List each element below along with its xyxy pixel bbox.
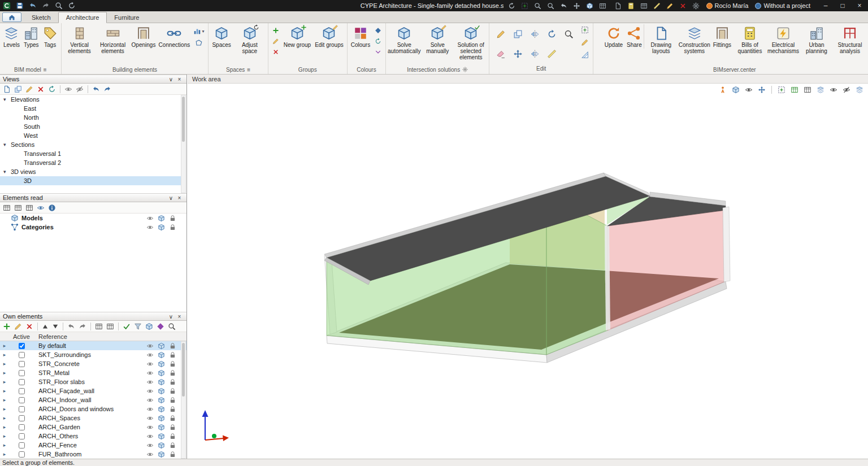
visibility-eye-icon[interactable] bbox=[146, 360, 154, 368]
active-checkbox[interactable] bbox=[19, 343, 25, 349]
screenshot-button[interactable] bbox=[598, 2, 607, 10]
visibility-eye-icon[interactable] bbox=[146, 387, 154, 395]
zoom-window-button[interactable] bbox=[546, 2, 555, 10]
edit-groups-button[interactable]: Edit groups bbox=[313, 24, 345, 49]
edit-symmetry-button[interactable] bbox=[529, 49, 541, 59]
visibility-eye-icon[interactable] bbox=[146, 369, 154, 377]
collapse-panel-icon[interactable]: ∨ bbox=[167, 76, 175, 82]
group-menu-icon[interactable]: ≡ bbox=[44, 67, 47, 73]
electrical-mechanisms-button[interactable]: Electrical mechanisms bbox=[767, 24, 800, 55]
new-view-button[interactable] bbox=[2, 85, 12, 94]
row-expander-icon[interactable]: ▸ bbox=[0, 352, 9, 358]
own-element-row-fur-bathroom[interactable]: ▸ FUR_Bathroom bbox=[0, 450, 186, 459]
visibility-eye-icon[interactable] bbox=[146, 397, 154, 404]
visibility-eye-icon[interactable] bbox=[146, 215, 154, 222]
colour-elements-button[interactable] bbox=[374, 27, 382, 34]
user-account[interactable]: Rocío María bbox=[706, 2, 749, 9]
urban-planning-button[interactable]: Urban planning bbox=[800, 24, 833, 55]
active-checkbox[interactable] bbox=[19, 406, 25, 412]
edit-erase-button[interactable] bbox=[495, 49, 507, 59]
row-expander-icon[interactable]: ▸ bbox=[0, 388, 9, 394]
contour-button[interactable] bbox=[194, 38, 203, 47]
tree-item-east[interactable]: East bbox=[0, 104, 181, 113]
connections-button[interactable]: Connections bbox=[158, 24, 190, 49]
lock-icon[interactable] bbox=[169, 342, 176, 350]
check-all-button[interactable] bbox=[121, 322, 132, 331]
colour-groups-button[interactable] bbox=[155, 322, 166, 331]
sync-button[interactable] bbox=[67, 1, 77, 10]
solve-manually-button[interactable]: Solve manually bbox=[421, 24, 454, 55]
tree-item-west[interactable]: West bbox=[0, 131, 181, 140]
row-expander-icon[interactable]: ▸ bbox=[0, 406, 9, 412]
horizontal-elements-button[interactable]: Horizontal elements bbox=[97, 24, 129, 55]
isolate-cube-icon[interactable] bbox=[158, 424, 165, 431]
delete-view-button[interactable] bbox=[36, 85, 46, 94]
edit-measure-button[interactable] bbox=[546, 49, 558, 59]
active-checkbox[interactable] bbox=[19, 415, 25, 421]
pan-view-button[interactable] bbox=[757, 85, 767, 94]
drawing-layouts-button[interactable]: Drawing layouts bbox=[645, 24, 678, 55]
row-expander-icon[interactable]: ▸ bbox=[0, 379, 9, 385]
active-checkbox[interactable] bbox=[19, 370, 25, 376]
edit-mirror-button[interactable] bbox=[529, 29, 541, 40]
visibility-eye-icon[interactable] bbox=[146, 378, 154, 386]
expand-all-button[interactable] bbox=[94, 322, 104, 331]
active-checkbox[interactable] bbox=[19, 424, 25, 430]
search-button[interactable] bbox=[54, 1, 64, 10]
visibility-eye-icon[interactable] bbox=[146, 342, 154, 350]
close-panel-icon[interactable]: × bbox=[175, 195, 184, 201]
move-up-button[interactable] bbox=[41, 323, 50, 330]
edit-modify-button[interactable] bbox=[580, 38, 590, 47]
save-button[interactable] bbox=[15, 1, 25, 10]
chevron-expanded-icon[interactable]: ▾ bbox=[3, 97, 11, 102]
tree-item-south[interactable]: South bbox=[0, 122, 181, 131]
work-planes-button[interactable] bbox=[789, 85, 800, 94]
isolate-cube-icon[interactable] bbox=[158, 442, 165, 449]
adjust-space-button[interactable]: Adjust space bbox=[233, 24, 266, 55]
active-checkbox[interactable] bbox=[19, 388, 25, 394]
own-element-row-arch-doors-windows[interactable]: ▸ ARCH_Doors and windows bbox=[0, 404, 186, 413]
lock-icon[interactable] bbox=[169, 397, 176, 404]
refresh-view-button[interactable] bbox=[507, 2, 517, 10]
refresh-view-button[interactable] bbox=[47, 85, 57, 94]
home-button[interactable] bbox=[2, 12, 21, 22]
zoom-in-button[interactable] bbox=[533, 2, 542, 10]
row-expander-icon[interactable]: ▸ bbox=[0, 433, 9, 439]
minimize-button[interactable]: – bbox=[817, 0, 834, 11]
isolate-cube-icon[interactable] bbox=[158, 369, 165, 377]
own-element-row-arch-facade-wall[interactable]: ▸ ARCH_Façade_wall bbox=[0, 386, 186, 395]
own-elements-scrollbar[interactable] bbox=[181, 341, 186, 459]
visibility-eye-icon[interactable] bbox=[146, 442, 154, 449]
duplicate-view-button[interactable] bbox=[13, 85, 23, 94]
columns-menu-button[interactable]: ▾ bbox=[193, 27, 205, 36]
group-menu-icon[interactable]: ≡ bbox=[247, 67, 250, 73]
spaces-button[interactable]: Spaces bbox=[210, 24, 232, 49]
collapse-all-button[interactable] bbox=[105, 322, 115, 331]
collapse-panel-icon[interactable]: ∨ bbox=[167, 313, 175, 320]
vertical-elements-button[interactable]: Vertical elements bbox=[63, 24, 96, 55]
visibility-eye-icon[interactable] bbox=[146, 224, 154, 231]
isolate-cube-icon[interactable] bbox=[158, 451, 165, 458]
edit-group-button[interactable] bbox=[13, 322, 23, 331]
lock-icon[interactable] bbox=[169, 215, 176, 222]
tree-item-elevations[interactable]: ▾Elevations bbox=[0, 95, 181, 104]
structural-analysis-button[interactable]: Structural analysis bbox=[834, 24, 866, 55]
new-group-button[interactable]: New group bbox=[282, 24, 313, 49]
expand-branch-button[interactable] bbox=[24, 203, 34, 212]
view-cube-button[interactable] bbox=[731, 85, 741, 94]
fit-window-button[interactable] bbox=[520, 2, 530, 10]
share-button[interactable]: Share bbox=[625, 24, 644, 49]
layers-button[interactable] bbox=[815, 85, 826, 94]
scale-figure-button[interactable] bbox=[718, 85, 728, 94]
own-element-row-arch-indoor-wall[interactable]: ▸ ARCH_Indoor_wall bbox=[0, 395, 186, 404]
lock-icon[interactable] bbox=[169, 378, 176, 386]
lock-icon[interactable] bbox=[169, 433, 176, 440]
lock-icon[interactable] bbox=[169, 451, 176, 458]
layout-button[interactable] bbox=[639, 2, 649, 10]
colours-button[interactable]: Colours bbox=[349, 24, 372, 49]
isolate-cube-icon[interactable] bbox=[158, 415, 165, 422]
lock-icon[interactable] bbox=[169, 224, 176, 231]
show-all-button[interactable] bbox=[828, 85, 839, 94]
row-expander-icon[interactable]: ▸ bbox=[0, 442, 9, 448]
delete-button[interactable] bbox=[678, 2, 688, 10]
